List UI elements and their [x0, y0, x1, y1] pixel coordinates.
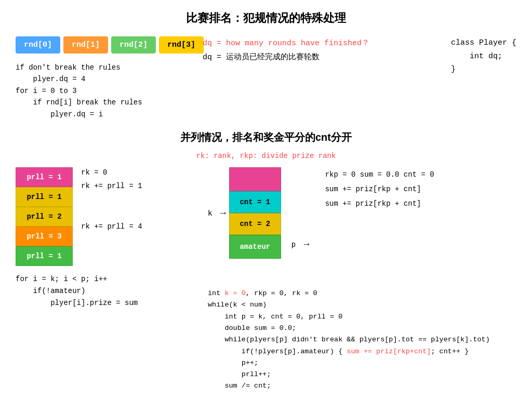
bottom-left-code: for i = k; i < p; i++ if(!amateur) plyer…	[16, 273, 203, 309]
bottom-right: k → cnt = 1 cnt = 2 amateur p →	[203, 167, 516, 399]
label-rk3	[81, 209, 142, 217]
right-panel: dq = how many rounds have finished？ dq =…	[203, 36, 516, 120]
rnd-1-box: rnd[1]	[63, 36, 108, 54]
label-rk2	[81, 195, 142, 204]
page-title: 比赛排名：犯规情况的特殊处理	[16, 10, 516, 26]
cnt-box-1: cnt = 1	[229, 191, 281, 213]
sum-info2: sum += priz[rkp + cnt]	[325, 196, 434, 211]
left-code: if don't break the rules plyer.dq = 4 fo…	[16, 62, 192, 120]
bottom-right-code: int k = 0, rkp = 0, rk = 0 while(k < num…	[208, 276, 516, 399]
sum-info1: sum += priz[rkp + cnt]	[325, 182, 434, 196]
p-label: p	[291, 240, 301, 248]
right-diagram: k → cnt = 1 cnt = 2 amateur p →	[208, 167, 516, 271]
prll-box-1: prll = 1	[16, 187, 73, 207]
rnd-2-box: rnd[2]	[111, 36, 156, 54]
dq-comment2: dq = 运动员已经完成的比赛轮数	[203, 53, 320, 62]
label-rk4: rk += prll = 4	[81, 222, 142, 231]
p-arrow-icon: →	[304, 239, 310, 249]
rkp-info: rkp = 0 sum = 0.0 cnt = 0	[325, 167, 434, 182]
rank-label: rk: rank, rkp: divide prize rank	[16, 152, 516, 160]
cnt-amateur: amateur	[229, 235, 281, 259]
bottom-left: prll = 1 prll = 1 prll = 2 prll = 3 prll…	[16, 167, 203, 399]
k-arrow-icon: →	[220, 208, 226, 218]
section-title-2: 并列情况，排名和奖金平分的cnt分开	[16, 130, 516, 144]
class-block: class Player { int dq; }	[451, 36, 516, 76]
round-boxes: rnd[0] rnd[1] rnd[2] rnd[3]	[16, 36, 192, 54]
prll-box-4: prll = 1	[16, 246, 73, 266]
diagram-notes: rkp = 0 sum = 0.0 cnt = 0 sum += priz[rk…	[325, 167, 434, 211]
cnt-box-2: cnt = 2	[229, 213, 281, 235]
stack-labels: rk = 0 rk += prll = 1 rk += prll = 4	[81, 167, 142, 231]
prll-box-2: prll = 2	[16, 207, 73, 227]
label-rk0: rk = 0	[81, 168, 142, 177]
label-rk1: rk += prll = 1	[81, 182, 142, 190]
rnd-3-box: rnd[3]	[159, 36, 204, 54]
left-panel: rnd[0] rnd[1] rnd[2] rnd[3] if don't bre…	[16, 36, 192, 120]
stack-diagram: prll = 1 prll = 1 prll = 2 prll = 3 prll…	[16, 167, 203, 266]
bottom-section: prll = 1 prll = 1 prll = 2 prll = 3 prll…	[16, 167, 516, 399]
prll-box-3: prll = 3	[16, 227, 73, 246]
dq-comment1: dq = how many rounds have finished？	[203, 39, 369, 48]
cnt-top-pink	[229, 167, 281, 191]
dq-section: dq = how many rounds have finished？ dq =…	[203, 36, 441, 64]
prll-stack: prll = 1 prll = 1 prll = 2 prll = 3 prll…	[16, 167, 73, 266]
prll-box-0: prll = 1	[16, 167, 73, 187]
rnd-0-box: rnd[0]	[16, 36, 60, 54]
k-label: k	[208, 209, 217, 217]
